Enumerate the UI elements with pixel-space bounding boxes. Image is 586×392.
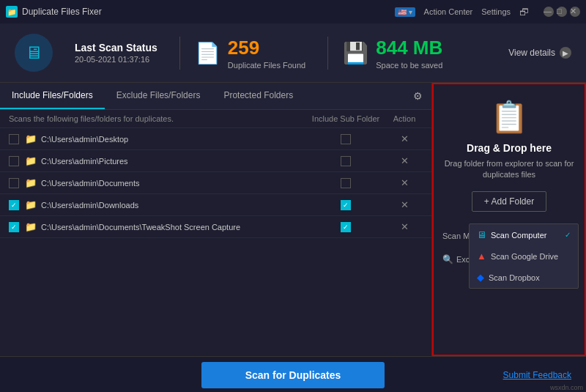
gear-icon[interactable]: ⚙ [404,84,431,108]
sub-checkbox-4[interactable]: ✓ [341,200,351,210]
dropdown-item-dropbox[interactable]: ◆ Scan Dropbox [470,267,578,288]
sub-checkbox-3[interactable] [341,178,351,188]
drag-drop-icon: 📋 [490,99,528,135]
row-checkbox-5[interactable]: ✓ [9,222,19,232]
duplicate-count: 259 [228,37,305,59]
folder-path-2: C:\Users\admin\Pictures [41,157,305,166]
col-header-action: Action [386,114,423,123]
table-row: ✓ 📁 C:\Users\admin\Downloads ✓ ✕ [0,194,431,216]
tab-protected[interactable]: Protected Folders [212,83,305,109]
copy-btn[interactable]: 🗗 [519,7,529,18]
folder-icon-2: 📁 [25,155,37,166]
sub-checkbox-2[interactable] [341,156,351,166]
table-row: 📁 C:\Users\admin\Pictures ✕ [0,150,431,172]
app-icon: 📁 [6,6,18,18]
app-title: Duplicate Files Fixer [22,7,102,17]
view-details-btn[interactable]: View details ▶ [508,47,571,59]
duplicate-stat: 📄 259 Duplicate Files Found [179,37,305,70]
row-checkbox-4[interactable]: ✓ [9,200,19,210]
flag-icon[interactable]: 🇺🇸 ▾ [395,7,415,17]
scan-button[interactable]: Scan for Duplicates [201,362,385,388]
computer-icon: 🖥 [477,229,486,240]
row-checkbox-3[interactable] [9,178,19,188]
main-content: Include Files/Folders Exclude Files/Fold… [0,83,586,356]
table-row: 📁 C:\Users\admin\Documents ✕ [0,172,431,194]
view-details-label: View details [508,48,555,58]
duplicate-icon: 📄 [195,41,220,65]
tabs: Include Files/Folders Exclude Files/Fold… [0,83,431,110]
bottom-bar: Scan for Duplicates Submit Feedback wsxd… [0,356,586,392]
sub-checkbox-1[interactable] [341,134,351,144]
space-icon: 💾 [343,41,368,65]
remove-btn-5[interactable]: ✕ [401,221,409,232]
last-scan-block: Last Scan Status 20-05-2021 01:37:16 [75,42,157,64]
titlebar: 📁 Duplicate Files Fixer 🇺🇸 ▾ Action Cent… [0,0,586,23]
window-controls: — □ ✕ [544,7,580,17]
col-header-sub: Include Sub Folder [305,114,386,123]
folder-icon-3: 📁 [25,177,37,188]
dropdown-label-dropbox: Scan Dropbox [489,273,540,282]
last-scan-date: 20-05-2021 01:37:16 [75,55,157,64]
drag-drop-title: Drag & Drop here [467,142,552,154]
action-center-btn[interactable]: Action Center [424,7,473,16]
folder-path-1: C:\Users\admin\Desktop [41,135,305,144]
folder-path-3: C:\Users\admin\Documents [41,179,305,188]
google-drive-icon: ▲ [477,251,486,262]
view-details-arrow: ▶ [560,47,571,59]
folder-icon-1: 📁 [25,133,37,144]
right-panel: 📋 Drag & Drop here Drag folder from expl… [432,83,586,356]
folder-icon-4: 📁 [25,199,37,210]
titlebar-left: 📁 Duplicate Files Fixer [6,6,102,18]
submit-feedback-btn[interactable]: Submit Feedback [503,370,571,380]
space-label: Space to be saved [376,61,442,70]
table-row: ✓ 📁 C:\Users\admin\Documents\TweakShot S… [0,216,431,238]
watermark: wsxdn.com [550,384,583,391]
remove-btn-3[interactable]: ✕ [401,177,409,188]
dropdown-label-computer: Scan Computer [491,231,546,240]
settings-btn[interactable]: Settings [481,7,511,16]
folder-list-header: Scans the following files/folders for du… [0,110,431,128]
minimize-btn[interactable]: — [544,7,554,17]
logo-circle: 🖥 [15,34,53,72]
dropdown-label-google: Scan Google Drive [491,252,558,261]
folder-path-4: C:\Users\admin\Downloads [41,201,305,210]
dropdown-item-computer[interactable]: 🖥 Scan Computer ✓ [470,224,578,245]
scan-mode-menu: 🖥 Scan Computer ✓ ▲ Scan Google Drive ◆ … [469,223,579,289]
dropbox-icon: ◆ [477,272,484,283]
drag-drop-sub: Drag folder from explorer to scan for du… [442,158,576,181]
folder-path-5: C:\Users\admin\Documents\TweakShot Scree… [41,223,305,232]
sub-checkbox-5[interactable]: ✓ [341,222,351,232]
tab-include[interactable]: Include Files/Folders [0,83,105,109]
maximize-btn[interactable]: □ [557,7,567,17]
close-btn[interactable]: ✕ [570,7,580,17]
tab-exclude[interactable]: Exclude Files/Folders [105,83,212,109]
remove-btn-1[interactable]: ✕ [401,133,409,144]
row-checkbox-2[interactable] [9,156,19,166]
add-folder-btn[interactable]: + Add Folder [472,191,546,212]
col-header-path: Scans the following files/folders for du… [9,114,305,123]
space-amount: 844 MB [376,37,442,59]
row-checkbox-1[interactable] [9,134,19,144]
monitor-icon: 🖥 [25,42,42,63]
header: 🖥 Last Scan Status 20-05-2021 01:37:16 📄… [0,23,586,83]
table-row: 📁 C:\Users\admin\Desktop ✕ [0,128,431,150]
duplicate-label: Duplicate Files Found [228,61,305,70]
remove-btn-4[interactable]: ✕ [401,199,409,210]
remove-btn-2[interactable]: ✕ [401,155,409,166]
dropdown-item-google[interactable]: ▲ Scan Google Drive [470,245,578,267]
search-icon: 🔍 [442,254,453,265]
last-scan-title: Last Scan Status [75,42,157,53]
space-stat: 💾 844 MB Space to be saved [327,37,442,70]
selected-check: ✓ [565,231,571,239]
left-panel: Include Files/Folders Exclude Files/Fold… [0,83,432,356]
titlebar-right: 🇺🇸 ▾ Action Center Settings 🗗 — □ ✕ [395,7,580,18]
folder-icon-5: 📁 [25,221,37,232]
